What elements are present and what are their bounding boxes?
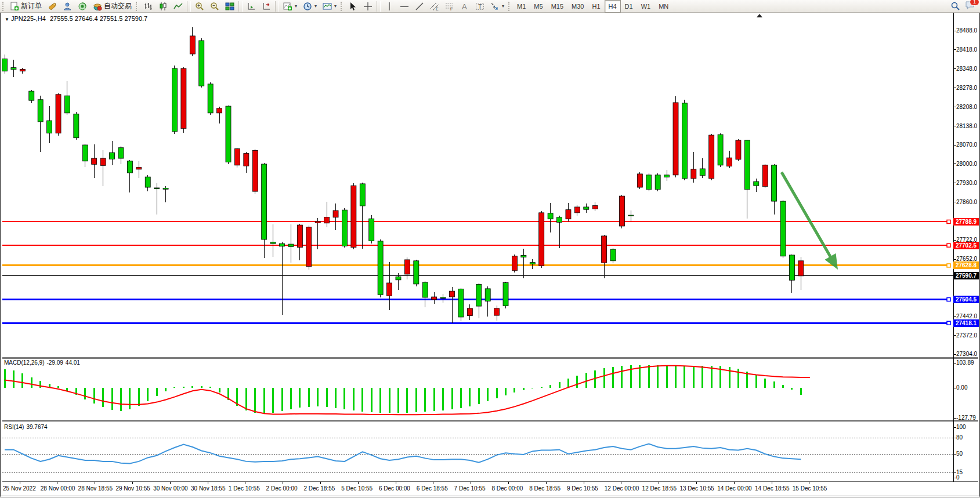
candle-body: [208, 84, 213, 113]
symbol-period: JPN225-,H4: [11, 15, 46, 22]
cursor-icon: [348, 2, 357, 11]
candle-body: [252, 150, 258, 191]
signals-button[interactable]: [75, 0, 90, 13]
indicators-button[interactable]: ▾: [280, 0, 300, 13]
horizontal-line-icon: [400, 2, 409, 11]
profile-button[interactable]: [60, 0, 75, 13]
candle-body: [145, 177, 150, 187]
text-icon: A: [460, 2, 469, 11]
tile-windows-button[interactable]: [222, 0, 237, 13]
candle-body: [673, 103, 678, 175]
candle-body: [244, 154, 249, 166]
cursor-button[interactable]: [345, 0, 360, 13]
candle-body: [619, 196, 624, 226]
autotrading-label: 自动交易: [104, 1, 132, 11]
candle-body: [234, 149, 240, 165]
chart-canvas[interactable]: [1, 13, 980, 498]
candle-body: [727, 158, 732, 166]
candle-body: [798, 261, 804, 276]
price-badge[interactable]: 27628.8: [953, 261, 979, 269]
timeframe-button-H1[interactable]: H1: [588, 0, 604, 13]
horizontal-line-tool-button[interactable]: [397, 0, 412, 13]
candle-body: [664, 175, 670, 177]
candle-body: [92, 158, 97, 164]
candle-body: [64, 96, 70, 113]
candle-body: [226, 106, 231, 162]
timeframe-button-M15[interactable]: M15: [547, 0, 567, 13]
new-order-icon: [10, 2, 19, 11]
timeframe-button-D1[interactable]: D1: [621, 0, 637, 13]
candle-body: [432, 297, 437, 300]
fibonacci-tool-button[interactable]: F: [442, 0, 457, 13]
horn-button[interactable]: [45, 0, 60, 13]
new-order-button[interactable]: 新订单: [7, 0, 45, 13]
shapes-tool-button[interactable]: ▾: [487, 0, 507, 13]
zoom-out-icon: [210, 2, 219, 11]
zoom-in-icon: [195, 2, 204, 11]
candlestick-chart-icon: [158, 2, 168, 11]
line-chart-button[interactable]: [171, 0, 186, 13]
indicators-icon: [283, 2, 292, 11]
text-tool-button[interactable]: A: [457, 0, 472, 13]
candle-body: [637, 174, 642, 187]
candle-body: [163, 188, 168, 189]
trend-arrow: [782, 172, 836, 266]
candle-body: [74, 114, 79, 138]
timeframe-button-H4[interactable]: H4: [605, 0, 621, 13]
crosshair-button[interactable]: [360, 0, 375, 13]
candlestick-chart-button[interactable]: [156, 0, 171, 13]
candle-body: [512, 256, 517, 271]
candle-body: [387, 283, 392, 296]
price-badge[interactable]: 27788.9: [953, 218, 979, 226]
label-tool-button[interactable]: T: [472, 0, 487, 13]
bar-chart-icon: [143, 2, 153, 11]
toolbar: 新订单 自动交易: [0, 0, 980, 13]
channel-tool-button[interactable]: E: [427, 0, 442, 13]
timeframe-button-M1[interactable]: M1: [513, 0, 530, 13]
candle-body: [333, 210, 338, 217]
candle-body: [190, 36, 195, 54]
candle-body: [566, 210, 571, 219]
candle-body: [539, 213, 544, 266]
vertical-line-tool-button[interactable]: [382, 0, 397, 13]
candle-body: [136, 168, 142, 169]
templates-button[interactable]: ▾: [320, 0, 339, 13]
notifications-button[interactable]: 1: [965, 1, 975, 12]
trendline-tool-button[interactable]: [412, 0, 427, 13]
price-badge[interactable]: 27504.5: [953, 296, 979, 303]
collapse-triangle-icon[interactable]: ▼: [5, 17, 9, 22]
candle-body: [414, 261, 419, 284]
auto-scroll-button[interactable]: [244, 0, 259, 13]
candle-body: [440, 297, 446, 299]
autotrading-button[interactable]: 自动交易: [90, 0, 135, 13]
timeframe-button-W1[interactable]: W1: [637, 0, 655, 13]
candle-body: [485, 289, 490, 301]
candle-body: [718, 135, 723, 165]
svg-text:A: A: [462, 2, 467, 11]
chart-window: [0, 13, 980, 497]
timeframe-button-M5[interactable]: M5: [530, 0, 547, 13]
bar-chart-button[interactable]: [140, 0, 156, 13]
periods-button[interactable]: ▾: [300, 0, 320, 13]
timeframe-button-M30[interactable]: M30: [567, 0, 588, 13]
chart-shift-button[interactable]: [259, 0, 274, 13]
candle-body: [655, 175, 660, 190]
zoom-out-button[interactable]: [207, 0, 222, 13]
candle-body: [199, 41, 204, 86]
toolbar-grip[interactable]: [2, 2, 6, 11]
candle-body: [682, 103, 687, 179]
candle-body: [181, 68, 186, 129]
price-badge[interactable]: 27590.7: [953, 272, 979, 279]
candle-body: [315, 221, 320, 223]
price-badge[interactable]: 27418.1: [953, 319, 979, 327]
price-badge[interactable]: 27702.5: [953, 242, 979, 249]
search-icon[interactable]: [950, 1, 960, 11]
timeframe-button-MN[interactable]: MN: [654, 0, 672, 13]
terminal-window: 新订单 自动交易: [0, 0, 980, 498]
zoom-in-button[interactable]: [192, 0, 207, 13]
candle-body: [458, 289, 464, 317]
candle-body: [47, 121, 52, 133]
auto-scroll-icon: [247, 2, 256, 11]
rsi-label: RSI(14)39.7674: [4, 424, 48, 430]
candle-body: [217, 108, 222, 113]
